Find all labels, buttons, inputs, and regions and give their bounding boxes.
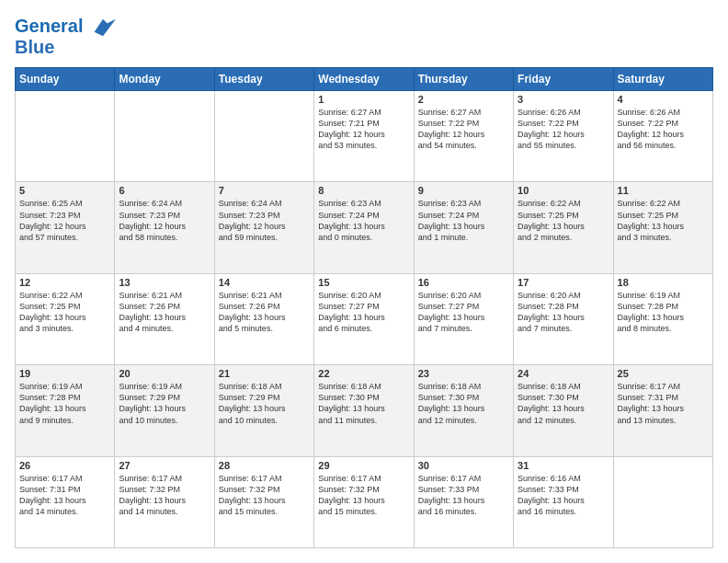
day-info: Sunrise: 6:21 AM Sunset: 7:26 PM Dayligh… [119, 290, 210, 335]
logo-general: General [15, 16, 83, 36]
day-cell: 21Sunrise: 6:18 AM Sunset: 7:29 PM Dayli… [214, 365, 313, 456]
svg-marker-0 [95, 19, 116, 37]
day-number: 23 [418, 368, 509, 379]
day-info: Sunrise: 6:22 AM Sunset: 7:25 PM Dayligh… [518, 198, 609, 243]
header: General Blue [15, 15, 713, 58]
day-number: 29 [318, 460, 409, 471]
week-row-1: 5Sunrise: 6:25 AM Sunset: 7:23 PM Daylig… [16, 182, 713, 273]
day-info: Sunrise: 6:17 AM Sunset: 7:32 PM Dayligh… [119, 473, 210, 518]
day-number: 28 [219, 460, 310, 471]
day-cell: 18Sunrise: 6:19 AM Sunset: 7:28 PM Dayli… [613, 273, 712, 364]
day-number: 26 [19, 460, 110, 471]
day-info: Sunrise: 6:18 AM Sunset: 7:30 PM Dayligh… [518, 381, 609, 426]
day-number: 18 [618, 277, 709, 288]
day-cell: 20Sunrise: 6:19 AM Sunset: 7:29 PM Dayli… [115, 365, 214, 456]
day-number: 13 [119, 277, 210, 288]
day-number: 2 [418, 94, 509, 105]
day-cell: 1Sunrise: 6:27 AM Sunset: 7:21 PM Daylig… [314, 91, 414, 182]
day-cell: 27Sunrise: 6:17 AM Sunset: 7:32 PM Dayli… [115, 456, 214, 547]
day-cell: 17Sunrise: 6:20 AM Sunset: 7:28 PM Dayli… [514, 273, 613, 364]
week-row-0: 1Sunrise: 6:27 AM Sunset: 7:21 PM Daylig… [16, 91, 713, 182]
day-cell: 5Sunrise: 6:25 AM Sunset: 7:23 PM Daylig… [16, 182, 115, 273]
day-cell: 2Sunrise: 6:27 AM Sunset: 7:22 PM Daylig… [414, 91, 513, 182]
day-info: Sunrise: 6:17 AM Sunset: 7:31 PM Dayligh… [19, 473, 110, 518]
day-number: 22 [318, 368, 409, 379]
day-info: Sunrise: 6:22 AM Sunset: 7:25 PM Dayligh… [618, 198, 709, 243]
day-info: Sunrise: 6:19 AM Sunset: 7:28 PM Dayligh… [19, 381, 110, 426]
calendar-table: SundayMondayTuesdayWednesdayThursdayFrid… [15, 67, 713, 548]
weekday-header-tuesday: Tuesday [214, 68, 313, 91]
day-info: Sunrise: 6:23 AM Sunset: 7:24 PM Dayligh… [318, 198, 409, 243]
day-number: 25 [618, 368, 709, 379]
day-cell: 24Sunrise: 6:18 AM Sunset: 7:30 PM Dayli… [514, 365, 613, 456]
day-cell: 12Sunrise: 6:22 AM Sunset: 7:25 PM Dayli… [16, 273, 115, 364]
day-cell: 31Sunrise: 6:16 AM Sunset: 7:33 PM Dayli… [514, 456, 613, 547]
day-cell: 26Sunrise: 6:17 AM Sunset: 7:31 PM Dayli… [16, 456, 115, 547]
day-number: 27 [119, 460, 210, 471]
day-number: 11 [618, 185, 709, 196]
day-number: 20 [119, 368, 210, 379]
day-info: Sunrise: 6:24 AM Sunset: 7:23 PM Dayligh… [119, 198, 210, 243]
day-cell: 13Sunrise: 6:21 AM Sunset: 7:26 PM Dayli… [115, 273, 214, 364]
day-info: Sunrise: 6:18 AM Sunset: 7:30 PM Dayligh… [318, 381, 409, 426]
day-cell [16, 91, 115, 182]
day-number: 1 [318, 94, 409, 105]
day-cell: 7Sunrise: 6:24 AM Sunset: 7:23 PM Daylig… [214, 182, 313, 273]
day-cell: 6Sunrise: 6:24 AM Sunset: 7:23 PM Daylig… [115, 182, 214, 273]
day-number: 3 [518, 94, 609, 105]
logo-bird-icon [90, 15, 116, 40]
day-info: Sunrise: 6:19 AM Sunset: 7:28 PM Dayligh… [618, 290, 709, 335]
page: General Blue SundayMondayTuesdayWednesda… [0, 0, 728, 563]
weekday-header-wednesday: Wednesday [314, 68, 414, 91]
weekday-header-monday: Monday [115, 68, 214, 91]
weekday-header-saturday: Saturday [613, 68, 712, 91]
day-info: Sunrise: 6:21 AM Sunset: 7:26 PM Dayligh… [219, 290, 310, 335]
day-number: 15 [318, 277, 409, 288]
day-number: 9 [418, 185, 509, 196]
day-cell: 15Sunrise: 6:20 AM Sunset: 7:27 PM Dayli… [314, 273, 414, 364]
day-info: Sunrise: 6:22 AM Sunset: 7:25 PM Dayligh… [19, 290, 110, 335]
day-cell [115, 91, 214, 182]
day-cell: 4Sunrise: 6:26 AM Sunset: 7:22 PM Daylig… [613, 91, 712, 182]
day-cell: 30Sunrise: 6:17 AM Sunset: 7:33 PM Dayli… [414, 456, 513, 547]
day-cell: 19Sunrise: 6:19 AM Sunset: 7:28 PM Dayli… [16, 365, 115, 456]
day-info: Sunrise: 6:25 AM Sunset: 7:23 PM Dayligh… [19, 198, 110, 243]
day-cell: 25Sunrise: 6:17 AM Sunset: 7:31 PM Dayli… [613, 365, 712, 456]
day-number: 5 [19, 185, 110, 196]
day-number: 7 [219, 185, 310, 196]
day-number: 14 [219, 277, 310, 288]
weekday-header-thursday: Thursday [414, 68, 513, 91]
day-number: 31 [518, 460, 609, 471]
day-info: Sunrise: 6:17 AM Sunset: 7:33 PM Dayligh… [418, 473, 509, 518]
day-info: Sunrise: 6:26 AM Sunset: 7:22 PM Dayligh… [518, 107, 609, 152]
day-number: 24 [518, 368, 609, 379]
day-cell: 28Sunrise: 6:17 AM Sunset: 7:32 PM Dayli… [214, 456, 313, 547]
day-info: Sunrise: 6:20 AM Sunset: 7:28 PM Dayligh… [518, 290, 609, 335]
day-number: 17 [518, 277, 609, 288]
week-row-2: 12Sunrise: 6:22 AM Sunset: 7:25 PM Dayli… [16, 273, 713, 364]
day-number: 4 [618, 94, 709, 105]
day-info: Sunrise: 6:18 AM Sunset: 7:30 PM Dayligh… [418, 381, 509, 426]
day-number: 16 [418, 277, 509, 288]
day-info: Sunrise: 6:27 AM Sunset: 7:21 PM Dayligh… [318, 107, 409, 152]
day-info: Sunrise: 6:17 AM Sunset: 7:32 PM Dayligh… [318, 473, 409, 518]
day-number: 19 [19, 368, 110, 379]
day-info: Sunrise: 6:20 AM Sunset: 7:27 PM Dayligh… [318, 290, 409, 335]
day-cell: 11Sunrise: 6:22 AM Sunset: 7:25 PM Dayli… [613, 182, 712, 273]
day-number: 10 [518, 185, 609, 196]
day-number: 12 [19, 277, 110, 288]
day-cell [214, 91, 313, 182]
weekday-header-friday: Friday [514, 68, 613, 91]
day-info: Sunrise: 6:20 AM Sunset: 7:27 PM Dayligh… [418, 290, 509, 335]
weekday-header-sunday: Sunday [16, 68, 115, 91]
week-row-4: 26Sunrise: 6:17 AM Sunset: 7:31 PM Dayli… [16, 456, 713, 547]
day-info: Sunrise: 6:17 AM Sunset: 7:32 PM Dayligh… [219, 473, 310, 518]
day-info: Sunrise: 6:16 AM Sunset: 7:33 PM Dayligh… [518, 473, 609, 518]
day-number: 6 [119, 185, 210, 196]
day-cell: 3Sunrise: 6:26 AM Sunset: 7:22 PM Daylig… [514, 91, 613, 182]
day-number: 8 [318, 185, 409, 196]
day-cell: 9Sunrise: 6:23 AM Sunset: 7:24 PM Daylig… [414, 182, 513, 273]
day-cell: 16Sunrise: 6:20 AM Sunset: 7:27 PM Dayli… [414, 273, 513, 364]
day-cell: 10Sunrise: 6:22 AM Sunset: 7:25 PM Dayli… [514, 182, 613, 273]
logo: General Blue [15, 15, 116, 58]
